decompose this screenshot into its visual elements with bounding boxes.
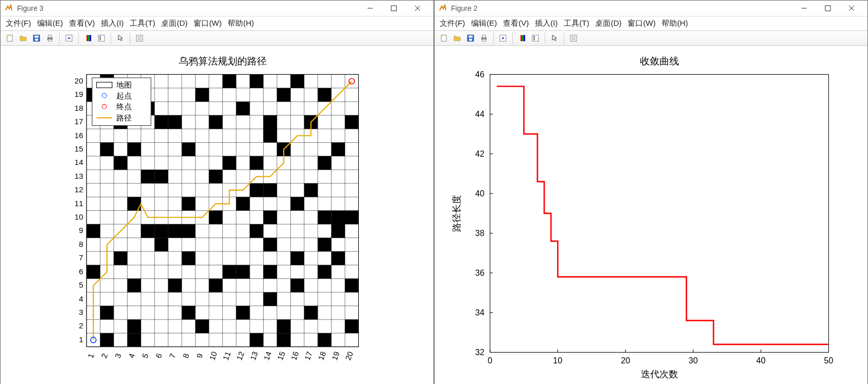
maximize-button[interactable]: [816, 1, 840, 16]
y-tick: 14: [75, 158, 83, 166]
menu-help[interactable]: 帮助(H): [662, 19, 688, 28]
y-tick: 7: [79, 253, 83, 262]
y-tick: 2: [79, 321, 83, 330]
menu-file[interactable]: 文件(F): [6, 19, 31, 28]
menu-desktop[interactable]: 桌面(D): [595, 19, 621, 28]
new-icon[interactable]: [4, 32, 16, 44]
obstacle-cell: [318, 265, 331, 278]
x-tick: 20: [621, 356, 630, 365]
x-tick: 14: [262, 350, 273, 361]
maximize-button[interactable]: [382, 1, 406, 16]
svg-rect-14: [88, 35, 90, 41]
minimize-button[interactable]: [358, 1, 382, 16]
menubar[interactable]: 文件(F) 编辑(E) 查看(V) 插入(I) 工具(T) 桌面(D) 窗口(W…: [1, 16, 433, 30]
colorbar-icon[interactable]: [516, 32, 528, 44]
obstacle-cell: [332, 224, 345, 238]
open-icon[interactable]: [17, 32, 29, 44]
obstacle-cell: [318, 238, 331, 251]
svg-rect-15: [90, 35, 91, 41]
legend-icon[interactable]: [95, 32, 108, 44]
obstacle-cell: [264, 265, 277, 278]
menu-view[interactable]: 查看(V): [503, 19, 529, 28]
pointer-icon[interactable]: [114, 32, 127, 44]
svg-rect-82: [469, 39, 472, 41]
print-icon[interactable]: [478, 32, 490, 44]
obstacle-cell: [250, 74, 263, 88]
x-tick: 40: [756, 356, 766, 365]
obstacle-cell: [332, 142, 345, 156]
menu-tools[interactable]: 工具(T): [564, 19, 589, 28]
properties-icon[interactable]: [133, 32, 146, 44]
menubar[interactable]: 文件(F) 编辑(E) 查看(V) 插入(I) 工具(T) 桌面(D) 窗口(W…: [435, 16, 867, 30]
menu-edit[interactable]: 编辑(E): [471, 19, 497, 28]
menu-insert[interactable]: 插入(I): [101, 19, 124, 28]
y-tick: 6: [79, 267, 83, 276]
y-tick: 18: [75, 104, 83, 112]
titlebar[interactable]: Figure 3: [1, 1, 433, 16]
obstacle-cell: [100, 333, 114, 346]
obstacle-cell: [222, 156, 236, 170]
obstacle-cell: [114, 156, 127, 170]
y-tick: 5: [79, 280, 83, 289]
obstacle-cell: [209, 170, 222, 183]
save-icon[interactable]: [30, 32, 43, 44]
y-tick: 1: [79, 335, 83, 344]
y-tick: 9: [79, 226, 83, 235]
x-tick: 50: [824, 356, 834, 365]
obstacle-cell: [182, 197, 195, 210]
menu-window[interactable]: 窗口(W): [628, 19, 655, 28]
obstacle-cell: [277, 333, 290, 346]
menu-tools[interactable]: 工具(T): [130, 19, 155, 28]
x-label: 迭代次数: [641, 369, 678, 379]
x-tick: 6: [154, 352, 164, 359]
x-tick: 0: [488, 356, 492, 365]
minimize-button[interactable]: [792, 1, 816, 16]
obstacle-cell: [182, 142, 195, 156]
obstacle-cell: [236, 306, 250, 319]
menu-desktop[interactable]: 桌面(D): [161, 19, 187, 28]
close-button[interactable]: [840, 1, 863, 16]
x-tick: 4: [127, 352, 136, 359]
close-button[interactable]: [406, 1, 429, 16]
svg-rect-6: [34, 36, 39, 38]
obstacle-cell: [264, 292, 277, 306]
titlebar[interactable]: Figure 2: [435, 1, 867, 16]
svg-rect-7: [35, 39, 38, 41]
figure-window-2: Figure 2 文件(F) 编辑(E) 查看(V) 插入(I) 工具(T) 桌…: [434, 0, 868, 384]
x-tick: 10: [207, 350, 219, 361]
y-tick: 8: [79, 240, 83, 248]
chart-title: 乌鸦算法规划的路径: [179, 55, 267, 66]
open-icon[interactable]: [451, 32, 463, 44]
obstacle-cell: [222, 265, 236, 278]
y-tick: 10: [75, 212, 83, 221]
pointer-icon[interactable]: [548, 32, 561, 44]
obstacle-cell: [345, 279, 358, 292]
obstacle-cell: [222, 74, 236, 88]
obstacle-cell: [318, 156, 331, 170]
legend-icon[interactable]: [529, 32, 542, 44]
new-icon[interactable]: [438, 32, 450, 44]
menu-edit[interactable]: 编辑(E): [37, 19, 63, 28]
print-icon[interactable]: [44, 32, 56, 44]
x-tick: 8: [181, 352, 191, 359]
properties-icon[interactable]: [567, 32, 580, 44]
menu-insert[interactable]: 插入(I): [535, 19, 558, 28]
datacursor-icon[interactable]: [63, 32, 75, 44]
save-icon[interactable]: [464, 32, 477, 44]
obstacle-cell: [154, 115, 168, 129]
menu-help[interactable]: 帮助(H): [228, 19, 254, 28]
menu-file[interactable]: 文件(F): [440, 19, 465, 28]
x-tick: 13: [248, 350, 259, 361]
menu-window[interactable]: 窗口(W): [194, 19, 221, 28]
x-tick: 15: [275, 350, 287, 361]
toolbar: [435, 30, 867, 46]
y-tick: 20: [75, 76, 83, 85]
datacursor-icon[interactable]: [497, 32, 509, 44]
svg-rect-9: [48, 35, 51, 38]
menu-view[interactable]: 查看(V): [69, 19, 95, 28]
y-tick: 40: [475, 189, 484, 198]
figure-window-3: Figure 3 文件(F) 编辑(E) 查看(V) 插入(I) 工具(T) 桌…: [0, 0, 434, 384]
y-tick: 32: [475, 347, 484, 357]
svg-rect-84: [482, 35, 485, 38]
colorbar-icon[interactable]: [82, 32, 94, 44]
